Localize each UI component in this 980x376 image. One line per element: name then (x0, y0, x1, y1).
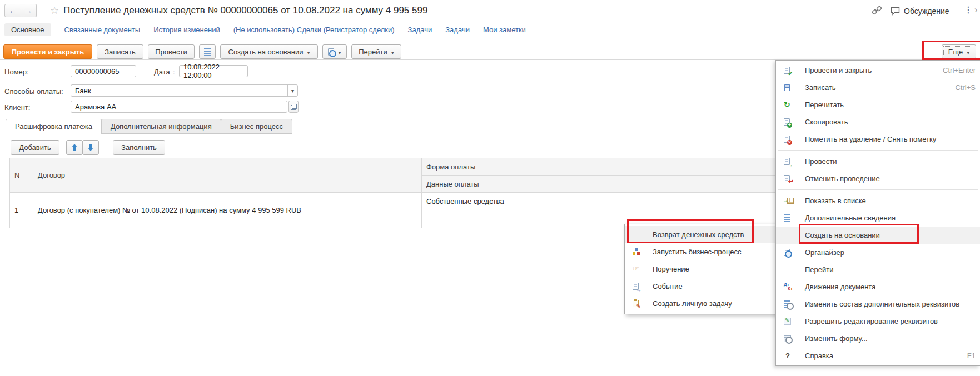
menu-separator (776, 148, 980, 153)
post-and-close-button[interactable]: Провести и закрыть (3, 44, 92, 59)
menu-item-post-and-close[interactable]: Провести и закрыть Ctrl+Enter (776, 62, 980, 79)
menu-item-save[interactable]: Записать Ctrl+S (776, 79, 980, 96)
add-row-button[interactable]: Добавить (11, 140, 59, 155)
post-and-close-icon (784, 67, 790, 74)
document-toolbar: Провести и закрыть Записать Провести Соз… (0, 43, 980, 60)
personal-task-icon (633, 300, 639, 307)
client-label: Клиент: (4, 103, 30, 112)
show-in-list-icon (787, 198, 794, 204)
menu-item-help[interactable]: Справка F1 (776, 347, 980, 364)
client-input[interactable]: Арамова АА (71, 101, 287, 113)
business-process-icon (633, 248, 640, 255)
menu-item-event[interactable]: Событие (625, 278, 777, 295)
chevron-right-icon[interactable]: › (974, 5, 977, 15)
shortcut-label: Ctrl+S (956, 83, 980, 92)
menu-item-assignment[interactable]: Поручение (625, 260, 777, 278)
payment-method-combobox[interactable]: Банк ▾ (71, 84, 298, 97)
combobox-arrow-icon[interactable]: ▾ (287, 85, 297, 96)
nav-link-change-history[interactable]: История изменений (153, 26, 220, 34)
favorite-star-icon[interactable]: ☆ (50, 4, 59, 17)
create-based-on-button[interactable]: Создать на основании (220, 44, 318, 59)
date-label: Дата (154, 68, 170, 76)
menu-item-reread[interactable]: Перечитать (776, 96, 980, 113)
page-title: Поступление денежных средств № 000000000… (63, 5, 427, 16)
date-colon: : (173, 68, 175, 76)
menu-item-money-return[interactable]: Возврат денежных средств (625, 226, 777, 243)
fill-button[interactable]: Заполнить (113, 140, 165, 155)
back-button[interactable]: ← (4, 4, 21, 17)
menu-item-edit-additional-attributes[interactable]: Изменить состав дополнительных реквизито… (776, 295, 980, 313)
attributes-gear-icon (784, 300, 790, 308)
move-down-button[interactable] (82, 140, 99, 155)
create-based-on-menu: Возврат денежных средств Запустить бизне… (624, 224, 778, 314)
additional-info-icon (204, 48, 211, 56)
nav-tabs-row: Основное Связанные документы История изм… (0, 22, 980, 37)
nav-link-tasks-1[interactable]: Задачи (408, 26, 432, 34)
refresh-icon (784, 101, 792, 109)
help-icon (784, 352, 792, 360)
menu-item-show-in-list[interactable]: Показать в списке (776, 192, 980, 209)
menu-item-organizer[interactable]: Органайзер (776, 244, 980, 261)
go-to-button[interactable]: Перейти (351, 44, 401, 59)
change-form-icon (784, 335, 791, 342)
shortcut-label: Ctrl+Enter (943, 66, 980, 74)
menu-item-copy[interactable]: Скопировать (776, 113, 980, 131)
tab-additional-info[interactable]: Дополнительная информация (101, 119, 221, 134)
pointing-hand-icon (633, 265, 640, 273)
menu-item-create-based-on[interactable]: Создать на основании (776, 227, 980, 244)
move-up-button[interactable] (66, 140, 83, 155)
forward-arrow-icon: → (24, 6, 32, 15)
cell-contract[interactable]: Договор (с покупателем) № от 10.08.2022 … (33, 193, 422, 228)
organizer-dropdown-button[interactable] (322, 44, 347, 59)
save-button[interactable]: Записать (97, 44, 143, 59)
nav-link-my-notes[interactable]: Мои заметки (483, 26, 526, 34)
col-header-n[interactable]: N (10, 158, 33, 193)
payment-method-label: Способы оплаты: (4, 87, 63, 96)
organizer-icon (328, 48, 334, 56)
tab-payment-details[interactable]: Расшифровка платежа (6, 119, 102, 134)
more-options-icon[interactable]: ⋮ (964, 4, 973, 15)
edit-pencil-icon (784, 318, 791, 325)
number-input[interactable]: 00000000065 (71, 65, 136, 77)
discussion-icon[interactable] (890, 6, 901, 16)
client-open-button[interactable] (288, 101, 299, 113)
nav-link-related-documents[interactable]: Связанные документы (64, 26, 141, 34)
nav-link-tasks-2[interactable]: Задачи (445, 26, 470, 34)
arrow-up-icon (72, 144, 78, 151)
open-form-icon (291, 104, 297, 110)
nav-tab-main[interactable]: Основное (4, 23, 51, 36)
post-icon (784, 158, 790, 165)
menu-item-mark-for-deletion[interactable]: Пометить на удаление / Снять пометку (776, 131, 980, 148)
more-button[interactable]: Еще (942, 44, 976, 59)
menu-item-allow-edit-attributes[interactable]: Разрешить редактирование реквизитов (776, 313, 980, 330)
additional-info-icon (784, 214, 790, 222)
nav-link-deals[interactable]: (Не использовать) Сделки (Регистратор сд… (233, 26, 395, 34)
discussion-label[interactable]: Обсуждение (904, 7, 949, 16)
col-header-contract[interactable]: Договор (33, 158, 422, 193)
menu-item-go-to[interactable]: Перейти (776, 261, 980, 278)
tab-business-process[interactable]: Бизнес процесс (221, 119, 292, 134)
back-arrow-icon: ← (9, 6, 17, 15)
forward-button[interactable]: → (21, 4, 37, 17)
menu-item-create-personal-task[interactable]: Создать личную задачу (625, 295, 777, 312)
menu-item-start-business-process[interactable]: Запустить бизнес-процесс (625, 243, 777, 260)
menu-item-document-movements[interactable]: Движения документа (776, 278, 980, 295)
copy-icon (784, 118, 790, 126)
cell-row-number[interactable]: 1 (10, 193, 33, 228)
debit-credit-icon (784, 283, 794, 291)
menu-item-post[interactable]: Провести (776, 153, 980, 170)
arrow-down-icon (88, 144, 94, 151)
menu-item-change-form[interactable]: Изменить форму... (776, 330, 980, 347)
menu-item-unpost[interactable]: Отменить проведение (776, 170, 980, 187)
number-label: Номер: (4, 68, 29, 76)
post-button[interactable]: Провести (148, 44, 195, 59)
menu-item-additional-info[interactable]: Дополнительные сведения (776, 209, 980, 227)
additional-info-button[interactable] (199, 44, 216, 59)
delete-mark-icon (784, 136, 790, 143)
app-window: ← → ☆ Поступление денежных средств № 000… (0, 0, 980, 376)
save-icon (784, 84, 790, 91)
date-input[interactable]: 10.08.2022 12:00:00 (179, 65, 248, 77)
unpost-icon (784, 175, 790, 182)
detail-tabs: Расшифровка платежа Дополнительная инфор… (6, 119, 292, 134)
link-icon[interactable] (872, 6, 882, 16)
